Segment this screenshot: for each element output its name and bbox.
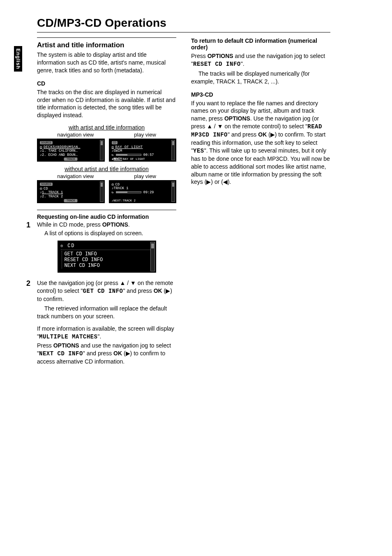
options-key: OPTIONS — [224, 115, 250, 122]
up-arrow-icon: ▲ — [120, 280, 126, 286]
cd-subheading: CD — [37, 80, 176, 87]
scrollbar-icon — [100, 181, 104, 202]
step2-press-a: Press — [37, 342, 53, 349]
step-number-2: 2 — [26, 279, 30, 288]
slash: / — [212, 123, 217, 130]
options-key: OPTIONS — [208, 53, 233, 59]
disc-title: DECKSANDDRUMSAN… — [44, 145, 81, 149]
step1-result: A list of options is displayed on screen… — [37, 229, 176, 237]
without-caption-label: without artist and title information — [65, 166, 149, 172]
page-title: CD/MP3-CD Operations — [37, 16, 330, 30]
track-1: 1. TRACK 1 — [42, 190, 63, 195]
screens-with: SOURCE ◎DECKSANDDRUMSAN… ♪1. TAKE CALIFO… — [37, 139, 176, 162]
mp3-d: " and press — [228, 131, 258, 138]
disc-icon: ◎ — [61, 243, 64, 248]
track-2: 2. TRACK 2 — [42, 195, 63, 199]
nav-view-label: navigation view — [57, 132, 94, 138]
footer-label: TRACK — [64, 158, 78, 161]
view-labels-1: navigation view play view — [37, 132, 176, 138]
footer-label: TRACK — [64, 199, 78, 202]
mp3cd-heading: MP3-CD — [191, 91, 330, 98]
title-rule — [37, 32, 330, 32]
track-1: 1. TAKE CALIFORN… — [42, 149, 78, 153]
scrollbar-icon — [100, 140, 104, 160]
content-columns: Artist and title information The system … — [37, 37, 330, 371]
step1-text-a: While in CD mode, press — [37, 221, 102, 228]
next-track-label: ♪NEXT:TRACK 2 — [112, 199, 136, 202]
screen-without-play: ◎CD ♪TRACK 1 ↻ 09:29 ♪NEXT:TRACK 2 — [109, 180, 177, 203]
step1-text-c: . — [128, 221, 130, 228]
return-a: Press — [191, 53, 208, 59]
track-2: 2. ECHO AND BOUN… — [42, 153, 78, 157]
without-caption: without artist and title information — [37, 166, 176, 172]
request-heading: Requesting on-line audio CD information — [37, 213, 176, 220]
disc-title: CD — [115, 183, 120, 187]
ok-key: OK — [258, 131, 267, 138]
return-c: ". — [241, 60, 244, 67]
next-track-label: ♪NEXT:RAY OF LIGHT — [112, 158, 145, 161]
right-column: To return to default CD information (num… — [191, 37, 330, 371]
options-key: OPTIONS — [102, 221, 128, 228]
progress-bar — [116, 154, 141, 156]
ok-key: OK — [154, 287, 162, 294]
screen-with-nav: SOURCE ◎DECKSANDDRUMSAN… ♪1. TAKE CALIFO… — [37, 139, 105, 162]
option-next-cd-info: NEXT CD INFO — [65, 263, 153, 269]
step2-text-c: " and press — [123, 287, 154, 294]
disc-title: CD — [44, 187, 48, 191]
slash: / — [125, 280, 130, 286]
progress-bar — [116, 191, 141, 193]
clock-icon: ↻ — [112, 190, 114, 195]
view-labels-2: navigation view play view — [37, 173, 176, 179]
intro-paragraph: The system is able to display artist and… — [37, 51, 176, 74]
scrollbar-icon — [171, 181, 175, 202]
mp3-c: on the remote control) to select " — [223, 123, 308, 130]
option-reset-cd-info: RESET CD INFO — [65, 257, 153, 263]
section-heading-artist-title: Artist and title information — [37, 41, 176, 49]
screens-without: SOURCE ◎CD ♪1. TRACK 1 ♪2. TRACK 2 TRACK… — [37, 180, 176, 203]
next-cd-info-cmd: NEXT CD INFO — [39, 350, 83, 357]
ok-key: OK — [113, 350, 122, 357]
options-key: OPTIONS — [53, 342, 79, 349]
nav-view-label: navigation view — [57, 173, 94, 179]
cd-paragraph: The tracks on the disc are displayed in … — [37, 88, 176, 120]
yes-cmd: YES — [193, 148, 204, 154]
get-cd-info-cmd: GET CD INFO — [83, 288, 123, 294]
step-1: 1 While in CD mode, press OPTIONS. A lis… — [37, 221, 176, 273]
step2-result: The retrieved information will replace t… — [37, 305, 176, 320]
step2-text-a: Use the navigation jog (or press — [37, 280, 120, 286]
cd-tab: CD — [112, 141, 118, 144]
play-view-label: play view — [134, 173, 156, 179]
reset-cd-info-cmd: RESET CD INFO — [193, 61, 241, 67]
screen-title: CD — [67, 243, 75, 249]
step-2: 2 Use the navigation jog (or press ▲ / ▼… — [37, 279, 176, 366]
return-heading: To return to default CD information (num… — [191, 37, 330, 51]
steps-list: 1 While in CD mode, press OPTIONS. A lis… — [37, 221, 176, 366]
play-view-label: play view — [134, 132, 156, 138]
multiple-matches-cmd: MULTIPLE MATCHES — [39, 334, 97, 340]
section-rule — [37, 37, 176, 38]
mp3-f: ". This will take up to several minutes,… — [191, 147, 330, 185]
with-caption: with artist and title information — [37, 124, 176, 131]
current-track: SWIM — [114, 149, 122, 153]
options-screen: ◎ CD GET CD INFO RESET CD INFO NEXT CD I… — [58, 241, 156, 273]
screen-with-play: CD ◎RAY OF LIGHT ♪SWIM ↻ 00:57 ✦MACY ♪NE… — [109, 139, 177, 162]
scrollbar-icon — [150, 242, 155, 271]
option-get-cd-info: GET CD INFO — [65, 251, 153, 257]
return-result: The tracks will be displayed numerically… — [191, 70, 330, 86]
step2-press-c: " and press — [83, 350, 113, 357]
with-caption-label: with artist and title information — [69, 124, 145, 131]
screen-without-nav: SOURCE ◎CD ♪1. TRACK 1 ♪2. TRACK 2 TRACK — [37, 180, 105, 203]
up-arrow-icon: ▲ — [207, 123, 212, 130]
clock-icon: ↻ — [112, 153, 114, 157]
elapsed-time: 00:57 — [143, 153, 154, 157]
album-title: RAY OF LIGHT — [115, 145, 143, 149]
elapsed-time: 09:29 — [143, 190, 154, 195]
section-rule — [37, 210, 176, 210]
scrollbar-icon — [171, 140, 175, 160]
down-arrow-icon: ▼ — [130, 280, 136, 286]
down-arrow-icon: ▼ — [217, 123, 223, 130]
source-tab: SOURCE — [40, 141, 53, 144]
mp3cd-paragraph: If you want to replace the file names an… — [191, 100, 330, 186]
current-track: TRACK 1 — [114, 186, 129, 190]
source-tab: SOURCE — [40, 183, 53, 186]
